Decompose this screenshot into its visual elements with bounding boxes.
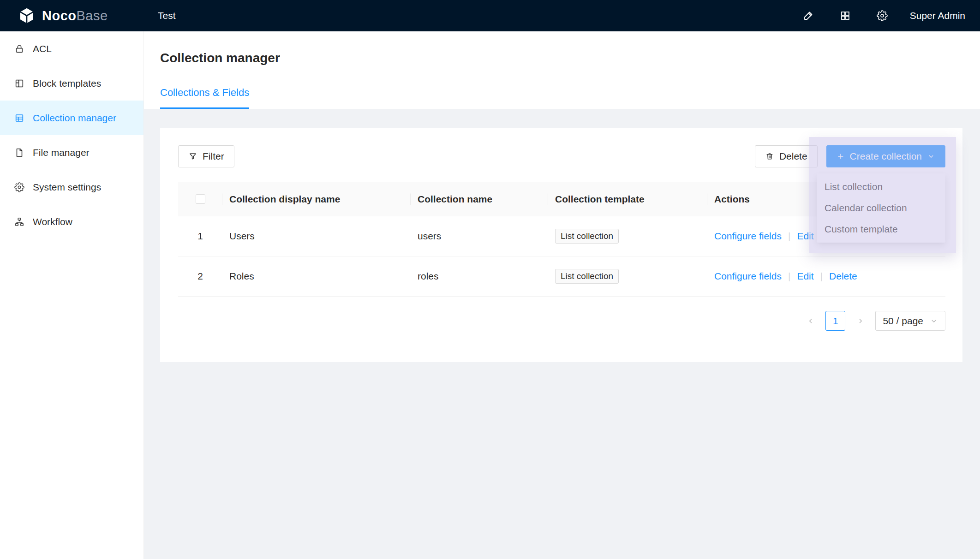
user-menu[interactable]: Super Admin — [910, 10, 965, 21]
sidebar-item-file-manager[interactable]: File manager — [0, 135, 143, 170]
chevron-left-icon — [807, 317, 815, 325]
cell-collection-name: roles — [411, 271, 548, 282]
page-head: Collection manager — [144, 31, 980, 65]
chevron-down-icon — [930, 317, 938, 325]
template-tag: List collection — [555, 229, 619, 244]
menu-item-custom-template[interactable]: Custom template — [817, 219, 945, 240]
delete-button[interactable]: Delete — [755, 145, 818, 167]
page-size-select[interactable]: 50 / page — [875, 311, 945, 331]
lock-icon — [14, 44, 24, 54]
plus-icon — [837, 152, 845, 161]
brand: NocoBase — [0, 6, 144, 25]
chevron-down-icon — [927, 152, 935, 161]
select-all-checkbox[interactable] — [196, 194, 205, 204]
topnav-item-test[interactable]: Test — [144, 0, 190, 31]
brand-primary: Noco — [42, 8, 77, 23]
topbar-icons — [803, 10, 888, 21]
header-collection-display-name: Collection display name — [222, 182, 411, 216]
sidebar-item-label: Block templates — [33, 78, 101, 89]
cell-collection-name: users — [411, 231, 548, 242]
sidebar-item-label: System settings — [33, 182, 101, 193]
header-collection-template: Collection template — [548, 182, 707, 216]
template-tag: List collection — [555, 269, 619, 284]
action-divider: | — [788, 271, 790, 282]
menu-item-list-collection[interactable]: List collection — [817, 176, 945, 197]
filter-button[interactable]: Filter — [178, 145, 234, 167]
sidebar-item-system-settings[interactable]: System settings — [0, 170, 143, 204]
page-size-value: 50 / page — [883, 315, 923, 327]
filter-button-label: Filter — [203, 151, 224, 162]
sidebar-item-label: File manager — [33, 147, 90, 158]
apps-grid-icon[interactable] — [840, 10, 851, 21]
layout-icon — [14, 78, 24, 89]
trash-icon — [765, 152, 774, 161]
workflow-icon — [14, 217, 24, 227]
sidebar-item-label: Workflow — [33, 216, 72, 227]
tabs: Collections & Fields — [144, 87, 980, 109]
settings-icon[interactable] — [877, 10, 888, 21]
sidebar-item-acl[interactable]: ACL — [0, 31, 143, 66]
current-page-button[interactable]: 1 — [825, 311, 845, 331]
pagination: 1 50 / page — [160, 311, 945, 331]
chevron-right-icon — [856, 317, 865, 325]
gear-icon — [14, 182, 24, 192]
filter-icon — [188, 152, 197, 161]
create-collection-label: Create collection — [850, 151, 922, 162]
cell-display-name: Roles — [222, 271, 411, 282]
sidebar-item-collection-manager[interactable]: Collection manager — [0, 101, 143, 135]
brand-text: NocoBase — [42, 8, 108, 24]
sidebar-item-label: ACL — [33, 43, 52, 54]
layout: ACL Block templates Collection manager — [0, 31, 980, 559]
file-icon — [14, 148, 24, 158]
delete-link[interactable]: Delete — [829, 271, 857, 282]
card-toolbar: Filter Delete — [160, 128, 962, 167]
row-index: 2 — [178, 271, 222, 282]
create-collection-dropdown: List collection Calendar collection Cust… — [817, 173, 945, 243]
brand-secondary: Base — [77, 8, 108, 23]
configure-fields-link[interactable]: Configure fields — [714, 271, 782, 282]
prev-page-button[interactable] — [801, 311, 820, 331]
tab-collections-fields[interactable]: Collections & Fields — [160, 87, 249, 109]
nocobase-logo-icon — [18, 6, 36, 25]
content-area: Filter Delete — [144, 109, 980, 559]
page-title: Collection manager — [160, 51, 980, 65]
sidebar: ACL Block templates Collection manager — [0, 31, 144, 559]
sidebar-item-label: Collection manager — [33, 113, 116, 124]
edit-link[interactable]: Edit — [797, 271, 813, 282]
table-row: 2 Roles roles List collection Configure … — [178, 256, 945, 297]
topbar: NocoBase Test Super Admin — [0, 0, 980, 31]
row-index: 1 — [178, 231, 222, 242]
create-collection-button[interactable]: Create collection — [826, 145, 945, 167]
ui-editor-icon[interactable] — [803, 10, 814, 21]
delete-button-label: Delete — [779, 151, 807, 162]
header-collection-name: Collection name — [411, 182, 548, 216]
configure-fields-link[interactable]: Configure fields — [714, 231, 782, 242]
cell-display-name: Users — [222, 231, 411, 242]
table-icon — [14, 113, 24, 123]
sidebar-item-block-templates[interactable]: Block templates — [0, 66, 143, 101]
sidebar-item-workflow[interactable]: Workflow — [0, 204, 143, 239]
collection-card: Filter Delete — [160, 128, 962, 362]
edit-link[interactable]: Edit — [797, 231, 813, 242]
menu-item-calendar-collection[interactable]: Calendar collection — [817, 197, 945, 219]
next-page-button[interactable] — [850, 311, 870, 331]
action-divider: | — [788, 231, 790, 242]
action-divider: | — [820, 271, 823, 282]
main: Collection manager Collections & Fields … — [144, 31, 980, 559]
